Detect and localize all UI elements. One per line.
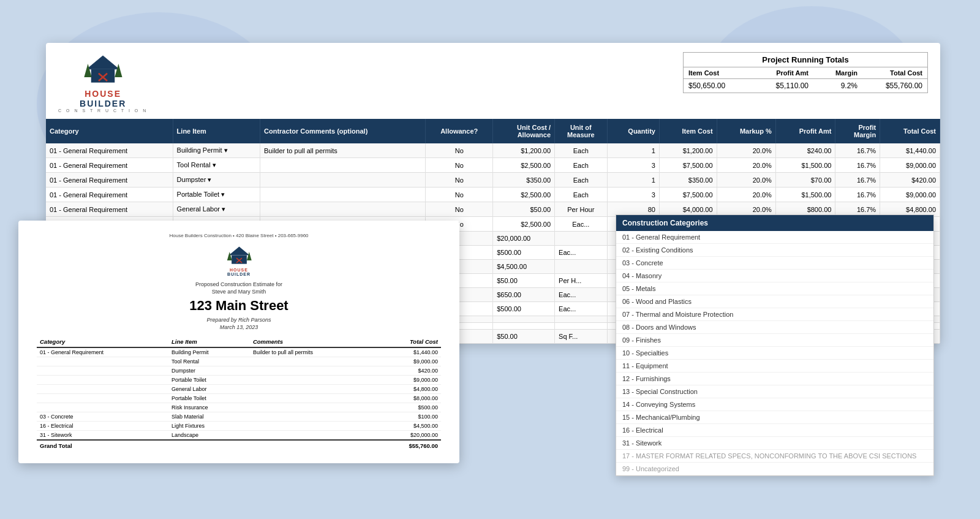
print-table-row: 01 - General RequirementBuilding PermitB… [37, 347, 441, 357]
logo-house-text: HOUSE [85, 89, 121, 99]
table-row[interactable]: 01 - General RequirementPortable Toilet … [46, 188, 940, 202]
print-logo-builder: BUILDER [227, 272, 251, 276]
svg-text:2015: 2015 [112, 59, 118, 63]
col-allowance: Allowance? [426, 119, 493, 143]
col-profit-margin: ProfitMargin [835, 119, 880, 143]
svg-rect-1 [91, 69, 115, 83]
col-comments: Contractor Comments (optional) [260, 119, 426, 143]
category-list-item[interactable]: 04 - Masonry [616, 270, 933, 282]
rt-val-total-cost: $55,760.00 [862, 79, 927, 93]
rt-val-margin: 9.2% [813, 79, 862, 93]
print-grand-total-value: $55,760.00 [375, 440, 441, 451]
table-row[interactable]: 01 - General RequirementBuilding Permit … [46, 143, 940, 158]
col-total-cost: Total Cost [880, 119, 940, 143]
table-row[interactable]: 01 - General RequirementTool Rental ▾No$… [46, 158, 940, 173]
print-logo-icon [225, 244, 253, 268]
print-logo-area: HOUSE BUILDER [37, 244, 441, 276]
category-list-item[interactable]: 02 - Existing Conditions [616, 244, 933, 257]
print-header-row: Category Line Item Comments Total Cost [37, 336, 441, 347]
svg-text:EST: EST [89, 59, 95, 63]
category-list-item[interactable]: 10 - Specialties [616, 347, 933, 360]
print-date: March 13, 2023 [37, 324, 441, 330]
col-item-cost: Item Cost [659, 119, 717, 143]
col-unit-cost: Unit Cost /Allowance [493, 119, 555, 143]
svg-marker-3 [115, 64, 122, 77]
category-list-item[interactable]: 99 - Uncategorized [616, 463, 933, 475]
category-list-item[interactable]: 16 - Electrical [616, 424, 933, 437]
print-col-category: Category [37, 336, 168, 347]
running-totals-title: Project Running Totals [684, 53, 927, 67]
col-quantity: Quantity [607, 119, 659, 143]
running-totals-panel: Project Running Totals Item Cost Profit … [683, 52, 928, 93]
col-category: Category [46, 119, 173, 143]
svg-marker-8 [228, 247, 249, 256]
print-table-row: Tool Rental$9,000.00 [37, 357, 441, 366]
categories-title: Construction Categories [616, 215, 933, 231]
print-table-row: 31 - SiteworkLandscape$20,000.00 [37, 431, 441, 441]
svg-marker-10 [227, 252, 232, 260]
category-list-item[interactable]: 01 - General Requirement [616, 231, 933, 244]
col-unit-measure: Unit ofMeasure [555, 119, 607, 143]
print-table-row: Risk Insurance$500.00 [37, 403, 441, 412]
running-totals-col-headers: Item Cost Profit Amt Margin Total Cost [684, 67, 927, 79]
rt-col-total-cost: Total Cost [862, 67, 927, 78]
categories-list: 01 - General Requirement02 - Existing Co… [616, 231, 933, 475]
print-col-comments: Comments [250, 336, 375, 347]
print-data-table: Category Line Item Comments Total Cost 0… [37, 336, 441, 451]
logo-icon: EST 2015 [81, 52, 124, 89]
category-list-item[interactable]: 14 - Conveying Systems [616, 398, 933, 411]
print-main-title: 123 Main Street [37, 298, 441, 314]
print-grand-total-label: Grand Total [37, 440, 375, 451]
logo-container: EST 2015 HOUSE BUILDER C O N S T R U C T… [58, 52, 148, 113]
print-table-row: General Labor$4,800.00 [37, 385, 441, 394]
rt-val-profit-amt: $5,110.00 [748, 79, 813, 93]
svg-rect-9 [232, 256, 247, 264]
print-preview-card: House Builders Construction • 420 Blaine… [18, 221, 459, 463]
running-totals-values: $50,650.00 $5,110.00 9.2% $55,760.00 [684, 79, 927, 93]
category-list-item[interactable]: 15 - Mechanical/Plumbing [616, 411, 933, 424]
print-prepared-by: Prepared by Rich Parsons [37, 317, 441, 323]
rt-col-margin: Margin [813, 67, 862, 78]
rt-col-profit-amt: Profit Amt [748, 67, 813, 78]
categories-dropdown[interactable]: Construction Categories 01 - General Req… [616, 214, 934, 476]
category-list-item[interactable]: 03 - Concrete [616, 257, 933, 270]
category-list-item[interactable]: 11 - Equipment [616, 360, 933, 373]
category-list-item[interactable]: 17 - MASTER FORMAT RELATED SPECS, NONCON… [616, 450, 933, 463]
category-list-item[interactable]: 13 - Special Construction [616, 385, 933, 398]
category-list-item[interactable]: 09 - Finishes [616, 334, 933, 347]
rt-col-item-cost: Item Cost [684, 67, 748, 78]
category-list-item[interactable]: 31 - Sitework [616, 437, 933, 450]
col-profit-amt: Profit Amt [775, 119, 835, 143]
print-table-row: 03 - ConcreteSlab Material$100.00 [37, 412, 441, 422]
table-header-row: Category Line Item Contractor Comments (… [46, 119, 940, 143]
svg-marker-11 [246, 252, 251, 260]
print-subtitle2: Steve and Mary Smith [37, 289, 441, 295]
print-col-line-item: Line Item [168, 336, 250, 347]
col-line-item: Line Item [173, 119, 260, 143]
print-logo-house: HOUSE [230, 268, 248, 272]
print-table-row: 16 - ElectricalLight Fixtures$4,500.00 [37, 422, 441, 431]
rt-val-item-cost: $50,650.00 [684, 79, 748, 93]
category-list-item[interactable]: 12 - Furnishings [616, 373, 933, 385]
category-list-item[interactable]: 06 - Wood and Plastics [616, 295, 933, 308]
print-address: House Builders Construction • 420 Blaine… [37, 233, 441, 238]
table-row[interactable]: 01 - General RequirementDumpster ▾No$350… [46, 173, 940, 188]
logo-builder-text: BUILDER [80, 99, 126, 108]
print-table-row: Portable Toilet$8,000.00 [37, 394, 441, 403]
header-area: EST 2015 HOUSE BUILDER C O N S T R U C T… [46, 43, 940, 119]
print-grand-total-row: Grand Total $55,760.00 [37, 440, 441, 451]
category-list-item[interactable]: 08 - Doors and Windows [616, 321, 933, 334]
col-markup: Markup % [717, 119, 775, 143]
print-table-row: Dumpster$420.00 [37, 366, 441, 376]
print-col-total: Total Cost [375, 336, 441, 347]
category-list-item[interactable]: 05 - Metals [616, 282, 933, 295]
print-subtitle1: Proposed Construction Estimate for [37, 281, 441, 287]
print-table-row: Portable Toilet$9,000.00 [37, 376, 441, 385]
logo-construction-text: C O N S T R U C T I O N [58, 108, 148, 113]
category-list-item[interactable]: 07 - Thermal and Moisture Protection [616, 308, 933, 321]
